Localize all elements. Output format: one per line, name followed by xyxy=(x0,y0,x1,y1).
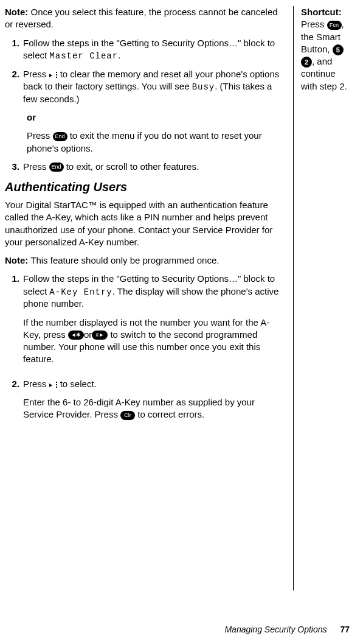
fcn-key-icon: Fcn xyxy=(327,21,342,30)
lcd-text: A-Key Entry xyxy=(49,287,112,297)
five-key-icon: 5 xyxy=(333,44,344,55)
list-item: 3. Press End to exit, or scroll to other… xyxy=(5,161,283,173)
step-number: 1. xyxy=(5,37,23,62)
or-label: or xyxy=(27,111,283,124)
star-key-icon: ◄✱ xyxy=(68,331,84,340)
main-column: Note: Once you select this feature, the … xyxy=(5,6,291,590)
hash-key-icon: #► xyxy=(92,331,108,340)
note-2: Note: This feature should only be progra… xyxy=(5,254,283,267)
step-body: Press to clear the memory and reset all … xyxy=(23,68,283,105)
list-item: 2. Press to clear the memory and reset a… xyxy=(5,68,283,105)
step-number: 2. xyxy=(5,378,23,427)
step-body: Follow the steps in the "Getting to Secu… xyxy=(23,37,283,62)
step-number: 3. xyxy=(5,161,23,173)
list-item: 2. Press to select. Enter the 6- to 26-d… xyxy=(5,378,283,427)
list-item: 1. Follow the steps in the "Getting to S… xyxy=(5,273,283,371)
step-number: 2. xyxy=(5,68,23,105)
note-label: Note: xyxy=(5,7,28,17)
step-number: 1. xyxy=(5,273,23,371)
list-a: 1. Follow the steps in the "Getting to S… xyxy=(5,37,283,173)
column-divider xyxy=(293,6,294,590)
shortcut-block: Shortcut: Press Fcn, the Smart Button, 5… xyxy=(301,6,352,93)
clr-key-icon: Clr xyxy=(120,411,135,420)
end-key-icon: End xyxy=(49,163,64,172)
step-body: Press End to exit, or scroll to other fe… xyxy=(23,161,283,173)
note-1: Note: Once you select this feature, the … xyxy=(5,6,283,31)
sidebar-column: Shortcut: Press Fcn, the Smart Button, 5… xyxy=(296,6,352,590)
lcd-text: Busy xyxy=(192,82,215,92)
step-body: Follow the steps in the "Getting to Secu… xyxy=(23,273,283,371)
step-body: Press to select. Enter the 6- to 26-digi… xyxy=(23,378,283,427)
select-icon xyxy=(49,380,58,389)
page-number: 77 xyxy=(340,625,350,634)
lcd-text: Master Clear xyxy=(49,51,118,61)
section-heading: Authenticating Users xyxy=(5,179,283,195)
list-item: 1. Follow the steps in the "Getting to S… xyxy=(5,37,283,62)
intro-paragraph: Your Digital StarTAC™ is equipped with a… xyxy=(5,199,283,248)
shortcut-label: Shortcut: xyxy=(301,7,342,17)
or-body: Press End to exit the menu if you do not… xyxy=(27,130,283,155)
end-key-icon: End xyxy=(53,132,67,141)
list-b: 1. Follow the steps in the "Getting to S… xyxy=(5,273,283,427)
note-text: Once you select this feature, the proces… xyxy=(5,7,278,29)
select-icon xyxy=(49,71,58,79)
page-footer: Managing Security Options 77 xyxy=(224,624,350,635)
note-label: Note: xyxy=(5,255,28,265)
note-text: This feature should only be programmed o… xyxy=(28,255,219,265)
footer-title: Managing Security Options xyxy=(224,625,327,634)
two-key-icon: 2 xyxy=(301,57,312,68)
